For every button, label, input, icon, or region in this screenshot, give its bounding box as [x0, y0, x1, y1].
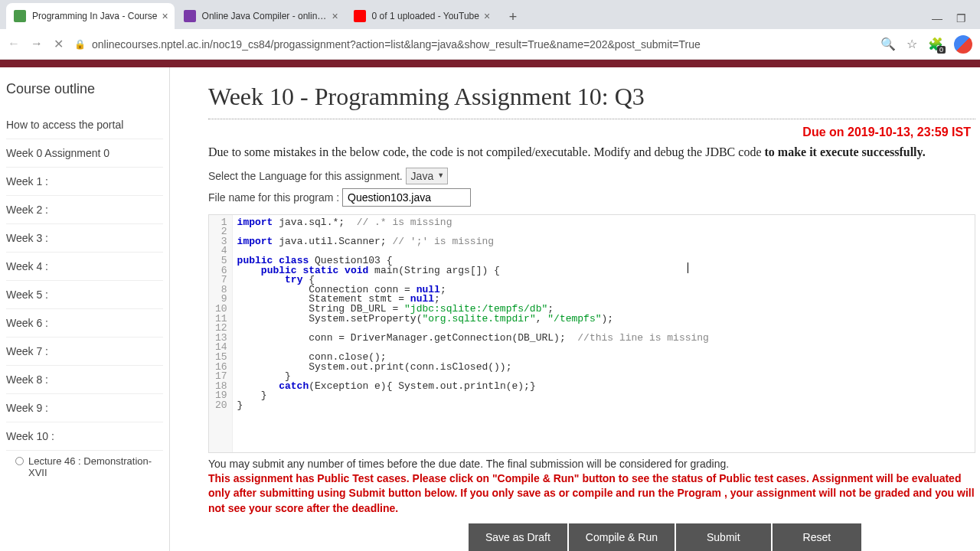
sidebar-item-week10[interactable]: Week 10 : [6, 422, 163, 451]
browser-tab-active[interactable]: Programming In Java - Course × [6, 3, 175, 29]
page-content: Course outline How to access the portal … [0, 67, 980, 551]
tab-title: 0 of 1 uploaded - YouTube [372, 11, 479, 21]
extension-icon[interactable]: 🧩0 [928, 37, 943, 51]
filename-row: File name for this program : [208, 188, 975, 207]
forward-icon[interactable]: → [31, 37, 43, 51]
sidebar-item-week1[interactable]: Week 1 : [6, 168, 163, 196]
new-tab-button[interactable]: + [502, 6, 524, 28]
maximize-icon[interactable]: ❐ [956, 12, 966, 24]
url-field[interactable]: onlinecourses.nptel.ac.in/noc19_cs84/pro… [92, 38, 880, 51]
browser-tab[interactable]: Online Java Compiler - online ed × [176, 3, 345, 29]
sidebar-item-week0[interactable]: Week 0 Assignment 0 [6, 139, 163, 168]
site-banner [0, 60, 980, 67]
browser-tab[interactable]: 0 of 1 uploaded - YouTube × [346, 3, 497, 29]
sidebar-item-week9[interactable]: Week 9 : [6, 394, 163, 422]
favicon-icon [14, 10, 26, 22]
reset-button[interactable]: Reset [773, 523, 862, 551]
sidebar-title: Course outline [6, 81, 163, 97]
lock-icon[interactable]: 🔒 [74, 39, 86, 50]
page-title: Week 10 - Programming Assignment 10: Q3 [208, 83, 975, 111]
close-icon[interactable]: × [332, 10, 338, 22]
tab-bar: Programming In Java - Course × Online Ja… [0, 0, 980, 29]
close-icon[interactable]: × [162, 10, 168, 22]
lecture-label: Lecture 46 : Demonstration-XVII [28, 455, 163, 478]
filename-input[interactable] [342, 188, 471, 207]
divider [208, 119, 975, 119]
zoom-icon[interactable]: 🔍 [880, 37, 896, 51]
code-editor[interactable]: 1234567891011121314151617181920 import j… [208, 214, 975, 453]
profile-avatar[interactable] [954, 35, 972, 54]
sidebar-item-week8[interactable]: Week 8 : [6, 366, 163, 394]
line-gutter: 1234567891011121314151617181920 [209, 215, 233, 452]
code-area[interactable]: import java.sql.*; // .* is missing impo… [233, 215, 975, 452]
radio-icon [15, 457, 24, 465]
submit-note: You may submit any number of times befor… [208, 458, 975, 470]
submit-button[interactable]: Submit [676, 523, 771, 551]
sidebar-item-week2[interactable]: Week 2 : [6, 196, 163, 224]
action-button-row: Save as Draft Compile & Run Submit Reset [469, 523, 975, 551]
sidebar: Course outline How to access the portal … [0, 67, 170, 551]
tab-title: Programming In Java - Course [32, 11, 157, 21]
instr-text: Due to some mistakes in the below code, … [208, 145, 765, 158]
filename-label: File name for this program : [208, 191, 339, 204]
sidebar-item-portal[interactable]: How to access the portal [6, 111, 163, 139]
sidebar-item-week6[interactable]: Week 6 : [6, 309, 163, 337]
sidebar-item-week3[interactable]: Week 3 : [6, 224, 163, 253]
language-label: Select the Language for this assignment. [208, 170, 403, 182]
favicon-icon [354, 10, 366, 22]
sidebar-lecture-item[interactable]: Lecture 46 : Demonstration-XVII [6, 451, 163, 478]
language-row: Select the Language for this assignment.… [208, 170, 975, 182]
main-panel: Week 10 - Programming Assignment 10: Q3 … [170, 67, 980, 551]
assignment-instructions: Due to some mistakes in the below code, … [208, 144, 975, 161]
star-icon[interactable]: ☆ [906, 37, 917, 51]
sidebar-item-week5[interactable]: Week 5 : [6, 281, 163, 309]
tab-title: Online Java Compiler - online ed [202, 11, 328, 21]
window-controls: — ❐ [932, 12, 974, 29]
language-select[interactable]: Java [406, 168, 449, 184]
text-cursor [688, 262, 688, 273]
address-bar: ← → ✕ 🔒 onlinecourses.nptel.ac.in/noc19_… [0, 29, 980, 60]
favicon-icon [184, 10, 196, 22]
save-draft-button[interactable]: Save as Draft [469, 523, 567, 551]
due-date: Due on 2019-10-13, 23:59 IST [208, 126, 975, 139]
minimize-icon[interactable]: — [932, 12, 942, 24]
instr-bold: to make it execute successfully. [765, 145, 926, 158]
nav-arrows: ← → ✕ [8, 37, 64, 51]
addr-right-icons: 🔍 ☆ 🧩0 [880, 35, 972, 54]
test-warning: This assignment has Public Test cases. P… [208, 471, 975, 517]
stop-icon[interactable]: ✕ [54, 37, 64, 51]
compile-run-button[interactable]: Compile & Run [569, 523, 675, 551]
sidebar-item-week7[interactable]: Week 7 : [6, 337, 163, 366]
close-icon[interactable]: × [484, 10, 490, 22]
back-icon[interactable]: ← [8, 37, 20, 51]
sidebar-item-week4[interactable]: Week 4 : [6, 253, 163, 281]
